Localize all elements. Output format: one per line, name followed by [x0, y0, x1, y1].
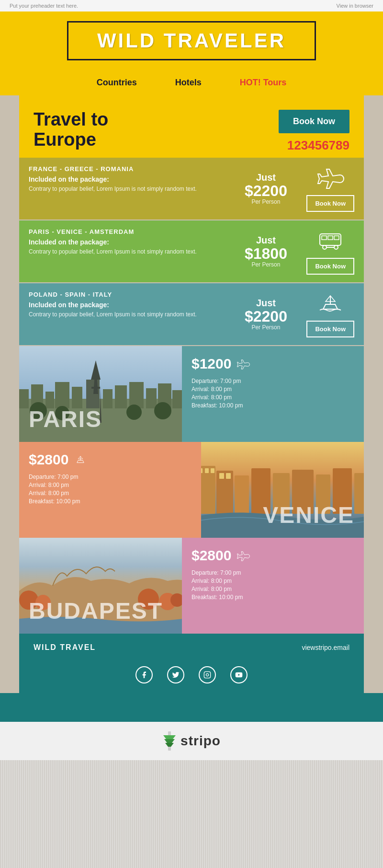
svg-rect-20 — [172, 390, 182, 408]
stripo-footer: stripo — [0, 722, 383, 760]
hero-section: Travel to Europe Book Now 123456789 — [19, 95, 364, 153]
nav-countries[interactable]: Countries — [97, 78, 137, 88]
svg-rect-36 — [226, 473, 231, 479]
footer-section: WILD TRAVEL viewstripo.email — [19, 634, 364, 661]
package-desc: Contrary to popular belief, Lorem Ipsum … — [29, 185, 225, 193]
package-info: FRANCE - GREECE - ROMANIA Included on th… — [19, 158, 235, 220]
city-grid: PARIS $1200 Departure: 7:00 pm Arrival: … — [19, 346, 364, 634]
hero-line2: Europe — [34, 129, 96, 150]
plane-icon — [316, 165, 345, 189]
social-bar — [19, 661, 364, 693]
svg-rect-23 — [92, 377, 99, 380]
hero-phone: 123456789 — [287, 138, 349, 153]
paris-detail-4: Breakfast: 10:00 pm — [192, 402, 354, 409]
price-big: $2200 — [245, 309, 287, 324]
footer-link[interactable]: viewstripo.email — [302, 644, 349, 651]
package-icon-area: Book Now — [297, 283, 364, 345]
package-book-button[interactable]: Book Now — [306, 321, 354, 337]
package-row: PARIS - VENICE - AMSTERDAM Included on t… — [19, 220, 364, 282]
svg-rect-1 — [322, 236, 327, 240]
stripo-icon — [162, 731, 177, 751]
budapest-name: BUDAPEST — [29, 598, 163, 624]
budapest-price-row: $2800 — [192, 547, 354, 564]
package-desc: Contrary to popular belief, Lorem Ipsum … — [29, 311, 225, 319]
budapest-price: $2800 — [192, 547, 231, 564]
svg-point-28 — [154, 402, 171, 419]
instagram-icon[interactable] — [199, 666, 216, 683]
paris-detail-1: Departure: 7:00 pm — [192, 378, 354, 384]
bus-icon — [316, 228, 345, 252]
ship-icon — [73, 454, 88, 465]
stripo-text: stripo — [180, 733, 221, 749]
package-row: POLAND - SPAIN - ITALY Included on the p… — [19, 283, 364, 345]
budapest-image: BUDAPEST — [19, 538, 182, 634]
plane-icon — [236, 550, 250, 561]
paris-detail-3: Arrival: 8:00 pm — [192, 394, 354, 401]
package-included: Included on the package: — [29, 238, 225, 246]
packages-container: FRANCE - GREECE - ROMANIA Included on th… — [19, 158, 364, 345]
svg-rect-9 — [19, 389, 29, 408]
svg-rect-24 — [91, 387, 100, 389]
hero-right: Book Now 123456789 — [279, 110, 349, 153]
svg-point-27 — [126, 405, 142, 420]
package-route: FRANCE - GREECE - ROMANIA — [29, 165, 225, 173]
venice-detail-3: Arrival: 8:00 pm — [29, 490, 192, 497]
city-row-venice: $2800 Departure: 7:00 pm Arrival: 8:00 p… — [19, 442, 364, 538]
ship-icon — [316, 291, 345, 315]
wood-bg: Travel to Europe Book Now 123456789 FRAN… — [0, 95, 383, 693]
youtube-icon[interactable] — [230, 666, 248, 683]
venice-detail-1: Departure: 7:00 pm — [29, 474, 192, 480]
hero-book-now-button[interactable]: Book Now — [279, 110, 349, 133]
price-big: $1800 — [245, 246, 287, 261]
svg-rect-50 — [204, 671, 210, 678]
hero-line1: Travel to — [34, 109, 108, 129]
twitter-icon[interactable] — [167, 666, 184, 683]
svg-rect-17 — [129, 382, 144, 408]
plane-icon — [236, 358, 250, 370]
paris-price: $1200 — [192, 356, 231, 372]
svg-rect-16 — [115, 385, 127, 408]
just-label: Just — [256, 298, 276, 309]
package-icon-area: Book Now — [297, 158, 364, 220]
svg-rect-12 — [55, 382, 69, 408]
paris-image: PARIS — [19, 346, 182, 442]
package-desc: Contrary to popular belief, Lorem Ipsum … — [29, 248, 225, 256]
package-price-area: Just $2200 Per Person — [235, 158, 297, 220]
stripo-logo: stripo — [162, 731, 221, 751]
page-wrapper: Put your preheader text here. View in br… — [0, 0, 383, 760]
per-person: Per Person — [251, 324, 280, 331]
per-person: Per Person — [251, 261, 280, 268]
preheader-right[interactable]: View in browser — [337, 3, 373, 9]
package-book-button[interactable]: Book Now — [306, 195, 354, 212]
package-info: PARIS - VENICE - AMSTERDAM Included on t… — [19, 220, 235, 282]
svg-rect-18 — [146, 388, 157, 408]
city-row-paris: PARIS $1200 Departure: 7:00 pm Arrival: … — [19, 346, 364, 442]
nav-hotels[interactable]: Hotels — [175, 78, 202, 88]
budapest-detail-3: Arrival: 8:00 pm — [192, 586, 354, 592]
package-icon-area: Book Now — [297, 220, 364, 282]
hero-left: Travel to Europe — [34, 110, 108, 150]
package-route: POLAND - SPAIN - ITALY — [29, 291, 225, 298]
paris-detail-2: Arrival: 8:00 pm — [192, 386, 354, 393]
hero-gap — [19, 153, 364, 158]
svg-rect-33 — [211, 468, 214, 473]
svg-rect-3 — [334, 236, 339, 240]
brand-title: WILD TRAVELER — [97, 29, 286, 52]
package-price-area: Just $2200 Per Person — [235, 283, 297, 345]
nav-hot-tours[interactable]: HOT! Tours — [240, 78, 287, 88]
facebook-icon[interactable] — [135, 666, 153, 683]
package-info: POLAND - SPAIN - ITALY Included on the p… — [19, 283, 235, 345]
venice-price: $2800 — [29, 451, 68, 468]
package-book-button[interactable]: Book Now — [306, 258, 354, 275]
package-row: FRANCE - GREECE - ROMANIA Included on th… — [19, 158, 364, 220]
budapest-info: $2800 Departure: 7:00 pm Arrival: 8:00 p… — [182, 538, 364, 634]
svg-rect-13 — [72, 387, 82, 408]
nav-bar: Countries Hotels HOT! Tours — [19, 70, 364, 95]
svg-point-4 — [323, 245, 327, 249]
brand-box: WILD TRAVELER — [67, 21, 316, 60]
just-label: Just — [256, 172, 276, 183]
venice-image: VENICE — [201, 442, 364, 538]
svg-rect-2 — [328, 236, 333, 240]
paris-info: $1200 Departure: 7:00 pm Arrival: 8:00 p… — [182, 346, 364, 442]
paris-price-row: $1200 — [192, 356, 354, 372]
